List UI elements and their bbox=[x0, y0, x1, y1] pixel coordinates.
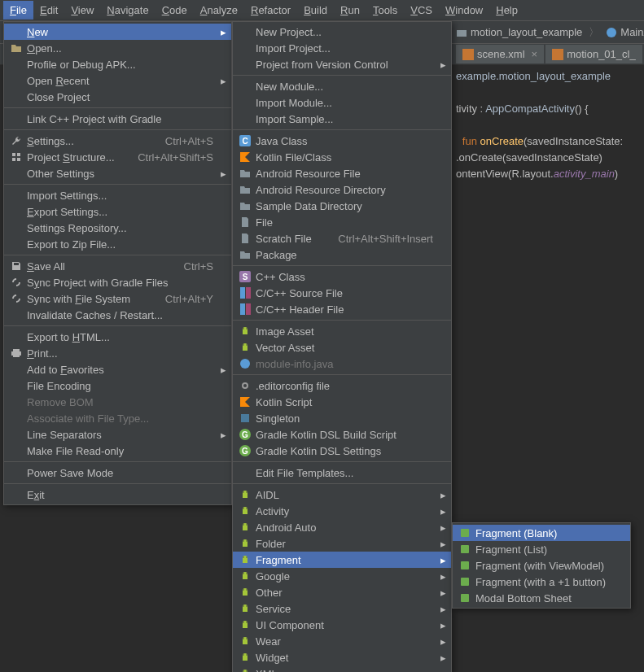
menu-tools[interactable]: Tools bbox=[366, 1, 404, 20]
new-menu-item-image-asset[interactable]: Image Asset bbox=[233, 323, 451, 339]
menu-view[interactable]: View bbox=[64, 1, 100, 20]
new-menu-item-gradle-kotlin-dsl-settings[interactable]: GGradle Kotlin DSL Settings bbox=[233, 443, 451, 459]
new-menu-item-scratch-file[interactable]: Scratch FileCtrl+Alt+Shift+Insert bbox=[233, 230, 451, 247]
file-menu-item-power-save-mode[interactable]: Power Save Mode bbox=[4, 465, 231, 481]
file-menu-item-close-project[interactable]: Close Project bbox=[4, 89, 231, 105]
file-menu-item-save-all[interactable]: Save AllCtrl+S bbox=[4, 258, 231, 274]
structure-icon bbox=[11, 151, 22, 163]
new-menu-item-activity[interactable]: Activity▸ bbox=[233, 503, 451, 519]
new-menu-item-c-c-header-file[interactable]: C/C++ Header File bbox=[233, 301, 451, 317]
close-icon[interactable]: × bbox=[532, 48, 538, 60]
new-menu-item-vector-asset[interactable]: Vector Asset bbox=[233, 339, 451, 356]
menu-code[interactable]: Code bbox=[156, 1, 194, 20]
tab-scene-xml[interactable]: scene.xml× bbox=[456, 45, 544, 63]
submenu-arrow-icon: ▸ bbox=[221, 26, 226, 38]
file-menu-item-project-structure[interactable]: Project Structure...Ctrl+Alt+Shift+S bbox=[4, 149, 231, 165]
menu-file[interactable]: File bbox=[3, 1, 33, 20]
file-menu-item-sync-with-file-system[interactable]: Sync with File SystemCtrl+Alt+Y bbox=[4, 290, 231, 307]
file-menu-item-profile-or-debug-apk[interactable]: Profile or Debug APK... bbox=[4, 56, 231, 72]
new-menu-item-sample-data-directory[interactable]: Sample Data Directory bbox=[233, 198, 451, 214]
new-menu-item-widget[interactable]: Widget▸ bbox=[233, 649, 451, 665]
file-menu-item-make-file-read-only[interactable]: Make File Read-only bbox=[4, 443, 231, 459]
separator bbox=[233, 374, 451, 375]
new-menu-item-wear[interactable]: Wear▸ bbox=[233, 633, 451, 649]
new-menu-item-android-auto[interactable]: Android Auto▸ bbox=[233, 519, 451, 535]
new-menu-item-project-from-version-control[interactable]: Project from Version Control▸ bbox=[233, 56, 451, 72]
new-menu-item-aidl[interactable]: AIDL▸ bbox=[233, 487, 451, 503]
breadcrumb-folder[interactable]: motion_layout_example bbox=[456, 26, 582, 38]
new-menu-item-singleton[interactable]: Singleton bbox=[233, 410, 451, 426]
shortcut: Ctrl+Alt+S bbox=[165, 135, 213, 147]
menu-analyze[interactable]: Analyze bbox=[194, 1, 244, 20]
gradle-icon: G bbox=[239, 429, 251, 440]
file-menu-item-open[interactable]: Open... bbox=[4, 40, 231, 56]
new-menu-item-import-project[interactable]: Import Project... bbox=[233, 40, 451, 56]
menu-vcs[interactable]: VCS bbox=[404, 1, 439, 20]
file-menu-item-line-separators[interactable]: Line Separators▸ bbox=[4, 426, 231, 443]
new-menu-item-kotlin-file-class[interactable]: Kotlin File/Class bbox=[233, 149, 451, 165]
kotlin-icon bbox=[239, 396, 251, 408]
new-menu-item-c-c-source-file[interactable]: C/C++ Source File bbox=[233, 285, 451, 301]
submenu-arrow-icon: ▸ bbox=[440, 603, 446, 615]
file-menu-item-sync-project-with-gradle-files[interactable]: Sync Project with Gradle Files bbox=[4, 274, 231, 290]
breadcrumb-file[interactable]: MainAc bbox=[606, 26, 644, 38]
svg-point-19 bbox=[243, 491, 243, 492]
new-menu-item-import-sample[interactable]: Import Sample... bbox=[233, 111, 451, 127]
new-menu-item-android-resource-directory[interactable]: Android Resource Directory bbox=[233, 181, 451, 198]
fragment-menu-item-fragment-list[interactable]: Fragment (List) bbox=[453, 541, 630, 557]
new-menu-item-edit-file-templates[interactable]: Edit File Templates... bbox=[233, 465, 451, 481]
menu-run[interactable]: Run bbox=[334, 1, 366, 20]
fragment-menu-item-fragment-with-a-1-button[interactable]: Fragment (with a +1 button) bbox=[453, 574, 630, 590]
file-menu-item-link-c-project-with-gradle[interactable]: Link C++ Project with Gradle bbox=[4, 111, 231, 127]
file-menu-item-settings-repository[interactable]: Settings Repository... bbox=[4, 220, 231, 236]
android-icon bbox=[239, 325, 251, 337]
fragment-menu-item-modal-bottom-sheet[interactable]: Modal Bottom Sheet bbox=[453, 590, 630, 606]
new-menu-item-kotlin-script[interactable]: Kotlin Script bbox=[233, 394, 451, 410]
svg-point-39 bbox=[243, 654, 243, 655]
new-menu-item-fragment[interactable]: Fragment▸ bbox=[233, 552, 451, 568]
new-menu-item-c-class[interactable]: SC++ Class bbox=[233, 268, 451, 285]
file-menu-item-file-encoding[interactable]: File Encoding bbox=[4, 377, 231, 394]
new-menu-item-service[interactable]: Service▸ bbox=[233, 600, 451, 617]
file-menu-item-other-settings[interactable]: Other Settings▸ bbox=[4, 165, 231, 181]
svg-rect-5 bbox=[17, 153, 20, 156]
file-menu-item-settings[interactable]: Settings...Ctrl+Alt+S bbox=[4, 133, 231, 149]
menu-help[interactable]: Help bbox=[489, 1, 524, 20]
fragment-menu-item-fragment-with-viewmodel[interactable]: Fragment (with ViewModel) bbox=[453, 557, 630, 574]
new-menu-item-new-module[interactable]: New Module... bbox=[233, 78, 451, 94]
file-menu-item-export-settings[interactable]: Export Settings... bbox=[4, 203, 231, 220]
file-icon bbox=[239, 233, 251, 244]
menu-edit[interactable]: Edit bbox=[33, 1, 64, 20]
menu-build[interactable]: Build bbox=[297, 1, 334, 20]
menu-navigate[interactable]: Navigate bbox=[100, 1, 155, 20]
file-menu-item-export-to-zip-file[interactable]: Export to Zip File... bbox=[4, 236, 231, 252]
file-menu-item-open-recent[interactable]: Open Recent▸ bbox=[4, 72, 231, 89]
file-menu-item-add-to-favorites[interactable]: Add to Favorites▸ bbox=[4, 361, 231, 377]
new-menu-item-folder[interactable]: Folder▸ bbox=[233, 535, 451, 552]
new-menu-item-package[interactable]: Package bbox=[233, 247, 451, 263]
tab-motion_01_cl_[interactable]: motion_01_cl_ bbox=[545, 45, 642, 63]
new-menu-item-ui-component[interactable]: UI Component▸ bbox=[233, 617, 451, 633]
file-menu-item-exit[interactable]: Exit bbox=[4, 487, 231, 503]
svg-point-38 bbox=[246, 638, 247, 639]
new-menu-item-java-class[interactable]: CJava Class bbox=[233, 133, 451, 149]
file-menu-item-import-settings[interactable]: Import Settings... bbox=[4, 187, 231, 203]
new-menu-item-import-module[interactable]: Import Module... bbox=[233, 94, 451, 111]
menu-refactor[interactable]: Refactor bbox=[244, 1, 297, 20]
new-menu-item-new-project[interactable]: New Project... bbox=[233, 24, 451, 40]
file-menu-item-new[interactable]: New▸ bbox=[4, 24, 231, 40]
menu-window[interactable]: Window bbox=[439, 1, 489, 20]
new-menu-item-file[interactable]: File bbox=[233, 214, 451, 230]
new-menu-item-xml[interactable]: XML▸ bbox=[233, 665, 451, 672]
file-menu-item-export-to-html[interactable]: Export to HTML... bbox=[4, 329, 231, 345]
new-menu-item-other[interactable]: Other▸ bbox=[233, 584, 451, 600]
new-menu-item-editorconfig-file[interactable]: .editorconfig file bbox=[233, 377, 451, 394]
file-menu-item-invalidate-caches-restart[interactable]: Invalidate Caches / Restart... bbox=[4, 307, 231, 323]
fragment-menu-item-fragment-blank[interactable]: Fragment (Blank) bbox=[453, 525, 630, 541]
new-menu-item-google[interactable]: Google▸ bbox=[233, 568, 451, 584]
file-menu-item-print[interactable]: Print... bbox=[4, 345, 231, 361]
submenu-arrow-icon: ▸ bbox=[440, 554, 446, 566]
new-menu-item-gradle-kotlin-dsl-build-script[interactable]: GGradle Kotlin DSL Build Script bbox=[233, 426, 451, 443]
fragment-icon bbox=[459, 543, 471, 555]
new-menu-item-android-resource-file[interactable]: Android Resource File bbox=[233, 165, 451, 181]
